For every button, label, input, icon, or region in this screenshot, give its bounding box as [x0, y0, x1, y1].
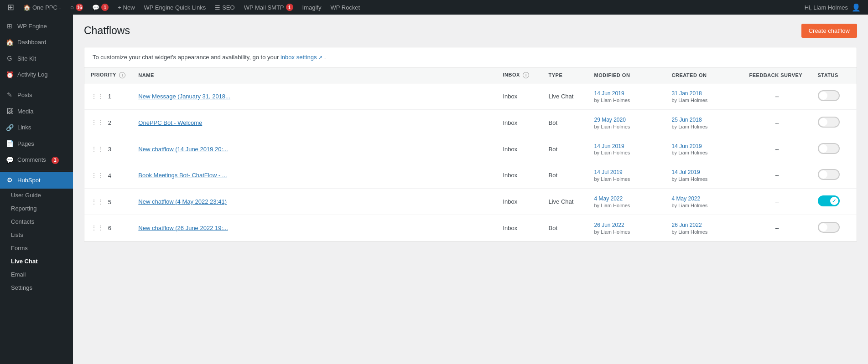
sidebar-item-hubspot[interactable]: ⚙ HubSpot [0, 172, 73, 189]
chatflow-name-link-4[interactable]: New chatflow (4 May 2022 23:41) [138, 198, 227, 205]
created-by-1: by Liam Holmes [672, 124, 737, 129]
comments-item[interactable]: 💬 1 [88, 0, 112, 15]
inbox-settings-link[interactable]: inbox settings [281, 54, 317, 61]
toggle-track-2 [818, 143, 840, 154]
email-label: Email [11, 271, 26, 278]
updates-badge: 16 [76, 4, 83, 11]
media-icon: 🖼 [5, 107, 14, 116]
sidebar-item-links[interactable]: 🔗 Links [0, 120, 73, 136]
status-toggle-1[interactable] [818, 117, 840, 128]
chatflow-name-link-5[interactable]: New chatflow (26 June 2022 19:... [138, 225, 228, 231]
sidebar-wp-engine-label: WP Engine [17, 22, 47, 31]
sidebar-sub-item-user-guide[interactable]: User Guide [0, 189, 73, 202]
new-item[interactable]: + New [114, 0, 138, 15]
create-chatflow-button[interactable]: Create chatflow [801, 24, 857, 38]
toggle-track-1 [818, 117, 840, 128]
created-by-5: by Liam Holmes [672, 229, 737, 235]
col-header-modified-on: MODIFIED ON [588, 67, 665, 83]
site-name-item[interactable]: 🏠 One PPC - [20, 0, 65, 15]
cell-feedback-3: -- [743, 162, 811, 189]
cell-status-1 [811, 109, 857, 136]
modified-date-0: 14 Jun 2019 [594, 90, 659, 97]
wp-logo-icon: ⊞ [7, 2, 14, 12]
sidebar-comments-label: Comments [17, 156, 46, 164]
status-toggle-3[interactable] [818, 169, 840, 180]
col-header-created-on: CREATED ON [665, 67, 743, 83]
cell-status-4 [811, 189, 857, 215]
created-date-2: 14 Jun 2019 [672, 143, 737, 150]
modified-by-0: by Liam Holmes [594, 97, 659, 103]
priority-info-icon[interactable]: i [119, 72, 125, 78]
sidebar-sub-item-live-chat[interactable]: Live Chat [0, 255, 73, 268]
status-toggle-5[interactable] [818, 222, 840, 233]
comments-icon: 💬 [92, 4, 99, 11]
col-header-name: NAME [132, 67, 496, 83]
wp-logo-item[interactable]: ⊞ [4, 0, 18, 15]
comments-badge: 1 [101, 4, 109, 11]
sidebar-item-media[interactable]: 🖼 Media [0, 103, 73, 120]
updates-item[interactable]: ○ 16 [67, 0, 87, 15]
status-toggle-0[interactable] [818, 90, 840, 101]
wp-rocket-item[interactable]: WP Rocket [327, 0, 364, 15]
status-toggle-4[interactable] [818, 195, 840, 206]
cell-modified-0: 14 Jun 2019 by Liam Holmes [588, 83, 665, 110]
created-by-2: by Liam Holmes [672, 150, 737, 155]
modified-by-5: by Liam Holmes [594, 229, 659, 235]
cell-name-3: Book Meetings Bot- ChatFlow - ... [132, 162, 496, 189]
chatflow-name-link-1[interactable]: OnePPC Bot - Welcome [138, 119, 202, 126]
cell-feedback-5: -- [743, 215, 811, 241]
imagify-item[interactable]: Imagify [299, 0, 325, 15]
sidebar-sub-item-forms[interactable]: Forms [0, 241, 73, 255]
wp-mail-item[interactable]: WP Mail SMTP 1 [240, 0, 297, 15]
sidebar-item-posts[interactable]: ✎ Posts [0, 87, 73, 103]
sidebar-sub-item-settings[interactable]: Settings [0, 281, 73, 294]
chatflow-name-link-3[interactable]: Book Meetings Bot- ChatFlow - ... [138, 172, 227, 179]
info-bar: To customize your chat widget's appearan… [84, 47, 857, 67]
sidebar-sub-item-lists[interactable]: Lists [0, 228, 73, 241]
chatflow-name-link-0[interactable]: New Message (January 31, 2018... [138, 93, 230, 100]
inbox-info-icon[interactable]: i [523, 72, 529, 78]
admin-bar: ⊞ 🏠 One PPC - ○ 16 💬 1 + New WP Engine Q… [0, 0, 868, 15]
external-link-icon: ↗ [318, 55, 322, 60]
drag-handle-5[interactable]: ⋮⋮ [91, 224, 106, 231]
status-toggle-2[interactable] [818, 143, 840, 154]
sidebar-sub-item-reporting[interactable]: Reporting [0, 202, 73, 215]
created-by-3: by Liam Holmes [672, 176, 737, 182]
info-text: To customize your chat widget's appearan… [93, 54, 279, 61]
drag-handle-0[interactable]: ⋮⋮ [91, 92, 106, 100]
home-icon: 🏠 [23, 4, 31, 11]
sidebar-item-activity-log[interactable]: ⏰ Activity Log [0, 67, 73, 83]
hubspot-icon: ⚙ [5, 176, 14, 185]
sidebar-item-comments[interactable]: 💬 Comments 1 [0, 152, 73, 169]
page-header: Chatflows Create chatflow [84, 24, 857, 38]
sidebar-sub-item-contacts[interactable]: Contacts [0, 215, 73, 228]
cell-modified-3: 14 Jul 2019 by Liam Holmes [588, 162, 665, 189]
cell-drag-priority-3: ⋮⋮ 4 [84, 162, 132, 189]
modified-date-5: 26 Jun 2022 [594, 221, 659, 229]
cell-modified-2: 14 Jun 2019 by Liam Holmes [588, 136, 665, 162]
sidebar-item-site-kit[interactable]: G Site Kit [0, 51, 73, 67]
page-title: Chatflows [84, 25, 130, 37]
seo-item[interactable]: ☰ SEO [211, 0, 238, 15]
site-kit-icon: G [5, 54, 14, 63]
sidebar-posts-label: Posts [17, 91, 32, 99]
sidebar-separator-2 [0, 170, 73, 170]
chatflow-name-link-2[interactable]: New chatflow (14 June 2019 20:... [138, 146, 228, 153]
drag-handle-1[interactable]: ⋮⋮ [91, 119, 106, 126]
reporting-label: Reporting [11, 205, 36, 212]
wp-engine-item[interactable]: WP Engine Quick Links [140, 0, 210, 15]
sidebar-sub-item-email[interactable]: Email [0, 268, 73, 281]
cell-created-4: 4 May 2022 by Liam Holmes [665, 189, 743, 215]
toggle-track-5 [818, 222, 840, 233]
cell-type-5: Bot [542, 215, 588, 241]
sidebar-item-wp-engine[interactable]: ⊞ WP Engine [0, 18, 73, 35]
toggle-track-3 [818, 169, 840, 180]
sidebar-item-pages[interactable]: 📄 Pages [0, 136, 73, 152]
cell-name-0: New Message (January 31, 2018... [132, 83, 496, 110]
sidebar-item-dashboard[interactable]: 🏠 Dashboard [0, 35, 73, 51]
drag-handle-4[interactable]: ⋮⋮ [91, 198, 106, 205]
priority-value-5: 6 [108, 225, 111, 231]
toggle-thumb-1 [819, 118, 827, 126]
drag-handle-2[interactable]: ⋮⋮ [91, 145, 106, 153]
drag-handle-3[interactable]: ⋮⋮ [91, 172, 106, 179]
